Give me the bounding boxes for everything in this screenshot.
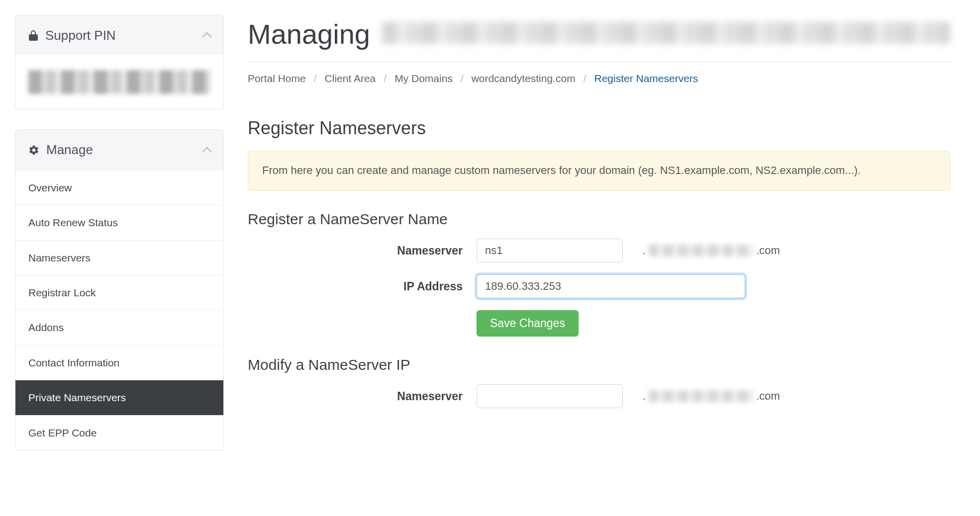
- sidebar-item-contact-info[interactable]: Contact Information: [15, 345, 223, 380]
- sidebar-item-label: Nameservers: [28, 252, 91, 263]
- modify-nameserver-row: Nameserver . .com: [248, 384, 950, 408]
- register-nameserver-suffix: . .com: [643, 243, 780, 258]
- support-pin-title: Support PIN: [45, 26, 116, 44]
- breadcrumb: Portal Home / Client Area / My Domains /…: [248, 62, 950, 86]
- suffix-dot: .: [643, 243, 646, 258]
- sidebar-item-label: Get EPP Code: [28, 427, 97, 438]
- sidebar-item-label: Registrar Lock: [28, 287, 96, 298]
- breadcrumb-sep: /: [311, 71, 320, 86]
- sidebar-item-label: Addons: [28, 322, 64, 333]
- page-title: Managing: [248, 15, 370, 54]
- register-nameserver-input[interactable]: [477, 239, 623, 262]
- sidebar-item-epp-code[interactable]: Get EPP Code: [15, 415, 223, 450]
- support-pin-panel: Support PIN: [15, 15, 224, 109]
- breadcrumb-current: Register Nameservers: [594, 71, 698, 86]
- register-ip-label: IP Address: [248, 278, 477, 294]
- breadcrumb-item[interactable]: Client Area: [325, 71, 376, 86]
- register-subtitle: Register a NameServer Name: [248, 209, 950, 230]
- manage-panel: Manage Overview Auto Renew Status Namese…: [15, 129, 224, 450]
- breadcrumb-sep: /: [458, 71, 467, 86]
- register-nameserver-label: Nameserver: [248, 243, 477, 258]
- manage-menu: Overview Auto Renew Status Nameservers R…: [15, 170, 223, 450]
- support-pin-header[interactable]: Support PIN: [15, 15, 223, 55]
- sidebar: Support PIN Manage Overview Auto Renew S…: [15, 15, 224, 470]
- register-button-row: Save Changes: [248, 310, 950, 337]
- support-pin-body: [15, 55, 223, 109]
- sidebar-item-overview[interactable]: Overview: [15, 170, 223, 205]
- info-alert: From here you can create and manage cust…: [248, 151, 950, 191]
- save-changes-button[interactable]: Save Changes: [477, 310, 579, 337]
- main-content: Managing Portal Home / Client Area / My …: [248, 15, 965, 470]
- redacted-pin: [28, 70, 210, 94]
- suffix-tld: .com: [756, 389, 780, 404]
- sidebar-item-addons[interactable]: Addons: [15, 310, 223, 344]
- sidebar-item-label: Overview: [28, 182, 72, 193]
- sidebar-item-nameservers[interactable]: Nameservers: [15, 240, 223, 275]
- modify-nameserver-suffix: . .com: [643, 389, 780, 404]
- register-ip-row: IP Address: [248, 274, 950, 298]
- sidebar-item-label: Auto Renew Status: [28, 217, 118, 228]
- manage-title: Manage: [46, 141, 93, 159]
- breadcrumb-item[interactable]: wordcandytesting.com: [472, 71, 576, 86]
- breadcrumb-item[interactable]: Portal Home: [248, 71, 306, 86]
- sidebar-item-auto-renew[interactable]: Auto Renew Status: [15, 205, 223, 240]
- page-title-row: Managing: [248, 15, 950, 62]
- modify-subtitle: Modify a NameServer IP: [248, 354, 950, 375]
- breadcrumb-sep: /: [381, 71, 390, 86]
- sidebar-item-private-nameservers[interactable]: Private Nameservers: [15, 380, 223, 415]
- redacted-domain-title: [382, 22, 950, 44]
- redacted-domain: [649, 390, 753, 402]
- suffix-tld: .com: [756, 243, 780, 258]
- sidebar-item-registrar-lock[interactable]: Registrar Lock: [15, 275, 223, 310]
- redacted-domain: [649, 245, 753, 257]
- gear-icon: [28, 145, 39, 156]
- breadcrumb-sep: /: [581, 71, 589, 86]
- section-title: Register Nameservers: [248, 116, 950, 141]
- manage-header[interactable]: Manage: [15, 130, 223, 170]
- suffix-dot: .: [643, 389, 646, 404]
- register-ip-input[interactable]: [477, 274, 745, 298]
- chevron-up-icon: [202, 147, 212, 157]
- lock-icon: [28, 30, 38, 41]
- breadcrumb-item[interactable]: My Domains: [394, 71, 453, 86]
- modify-nameserver-label: Nameserver: [248, 388, 477, 404]
- modify-nameserver-input[interactable]: [477, 384, 623, 408]
- sidebar-item-label: Private Nameservers: [28, 392, 126, 403]
- register-nameserver-row: Nameserver . .com: [248, 239, 950, 262]
- chevron-up-icon: [202, 32, 212, 42]
- sidebar-item-label: Contact Information: [28, 357, 119, 368]
